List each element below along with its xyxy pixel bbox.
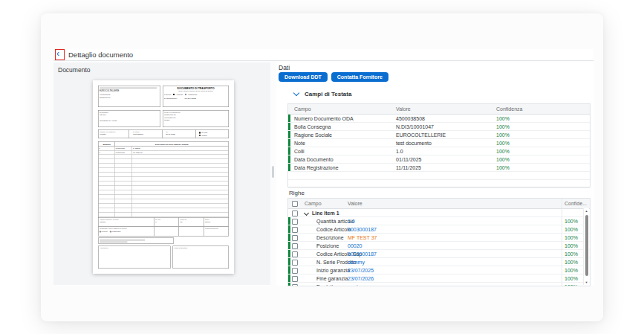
radio-icon [110,231,111,232]
righe-section-title: Righe [289,190,305,196]
cell-valore[interactable]: dummy [348,260,365,265]
testata-row[interactable]: Notetest documento100% [288,139,590,147]
doc-item-code [115,164,132,168]
cell-valore[interactable]: 23/07/2025 [348,268,374,273]
cell-valore[interactable]: 23/07/2026 [348,276,374,281]
righe-row[interactable]: Posizione00020100% [288,242,590,250]
cell-confidenza: 100% [565,276,578,281]
testata-table: Campo Valore Confidenza Numero Documento… [287,103,591,187]
righe-row[interactable]: Quantità articolo1.0100% [288,217,590,225]
testata-table-header: Campo Valore Confidenza [288,104,590,115]
document-preview-content: EUROCOLTELLERIE Via Roma 26 Roma 00147 D… [93,80,234,274]
righe-row[interactable]: Codice Articolo9003000187100% [288,225,590,234]
righe-row[interactable]: DescrizioneMF TEST 37100% [288,234,590,242]
scroll-down-icon[interactable]: ▼ [584,280,589,284]
cell-confidenza: 100% [496,132,510,138]
doc-item-code [115,173,132,177]
doc-consegna-label: Consegna o inizio trasporto a mezzo: [100,228,153,230]
righe-row[interactable]: Inizio garanzia23/07/2025100% [288,266,590,274]
testata-row[interactable]: Colli1.0100% [288,147,590,155]
contatta-fornitore-button[interactable]: Contatta Fornitore [331,72,388,82]
cell-valore[interactable]: 1.0 [348,219,355,224]
righe-row[interactable]: N. Serie Prodottodummy100% [288,258,590,266]
testata-row[interactable]: Ragione SocialeEUROCOLTELLERIE100% [288,131,590,139]
doc-item-code [115,208,132,213]
select-all-checkbox[interactable] [292,201,298,207]
row-checkbox[interactable] [292,251,298,257]
righe-table: Campo Valore Confide... Line Item 1Quant… [287,198,591,286]
column-header-valore: Valore [348,201,362,206]
doc-item-desc [132,190,229,195]
doc-note-box [98,238,174,244]
doc-aspetto-row: Aspetto esteriore dei beni cartone N. co… [98,217,229,227]
row-checkbox[interactable] [292,227,298,233]
doc-sender-address2: Roma 00147 [100,96,159,99]
vertical-scrollbar[interactable]: ▲ ▼ [583,208,589,285]
row-checkbox[interactable] [292,268,298,274]
cell-valore[interactable]: MF TEST 37 [348,235,377,240]
panel-resizer[interactable] [272,166,274,178]
row-status-bar [288,123,290,130]
doc-check2: a saldo [201,135,206,137]
column-header-confidenza: Confide... [565,201,587,206]
righe-row[interactable]: Produttoremario100% [288,283,590,286]
doc-item-desc [132,195,229,199]
testata-row[interactable]: Data Registrazione11/11/2025100% [288,164,590,172]
document-preview[interactable]: EUROCOLTELLERIE Via Roma 26 Roma 00147 D… [93,80,234,274]
cell-confidenza: 100% [496,116,510,121]
cell-valore: 11/11/2025 [396,165,421,170]
cell-confidenza: 100% [565,219,578,224]
doc-causale-value: Vendita [100,133,105,135]
row-checkbox[interactable] [292,211,298,216]
righe-row[interactable]: Fine garanzia23/07/2026100% [288,274,590,283]
doc-sender-name: EUROCOLTELLERIE [100,89,159,91]
cell-valore: EUROCOLTELLERIE [396,132,446,138]
row-status-bar [288,266,290,274]
dati-panel-title: Dati [279,64,290,71]
row-checkbox[interactable] [292,284,298,286]
row-status-bar [288,258,290,266]
doc-causale-box: Causale del trasporto Vendita N. ordine … [98,129,229,138]
testata-row[interactable]: Data Documento01/11/2025100% [288,155,590,164]
doc-item-desc: N. SERIE [132,147,229,150]
doc-ordine-date-value: 20.10.2025 [166,133,175,135]
cell-valore[interactable]: mario [348,284,361,286]
cell-campo: Fine garanzia [316,276,348,281]
cell-confidenza: 100% [496,149,510,154]
row-checkbox[interactable] [292,219,298,225]
row-checkbox[interactable] [292,260,298,266]
scrollbar-thumb[interactable] [585,215,588,276]
doc-item-desc [132,213,229,217]
testata-section-toggle[interactable]: Campi di Testata [294,91,351,97]
action-buttons: Download DDT Contatta Fornitore [279,72,388,82]
doc-firma-destinatario-label: Firma destinatario [174,247,227,249]
row-checkbox[interactable] [292,276,298,282]
scroll-up-icon[interactable]: ▲ [584,209,589,213]
doc-item-code [115,182,132,186]
download-ddt-button[interactable]: Download DDT [279,72,328,82]
doc-number: N. DI3/1000104 [164,97,178,99]
radio-icon [100,231,101,232]
line-item-group-row[interactable]: Line Item 1 [288,209,590,217]
row-status-bar [288,164,290,171]
cell-campo: Bolla Consegna [294,124,331,129]
doc-item-qty [99,168,115,173]
testata-row[interactable]: Bolla ConsegnaN.DI3/10001047100% [288,123,590,131]
cell-confidenza: 100% [496,141,510,146]
row-checkbox[interactable] [292,235,298,241]
column-header-campo: Campo [305,201,322,206]
column-header-campo: Campo [294,106,311,112]
doc-mezzo-label: a mezzo: [164,94,172,96]
back-button[interactable]: ‹ [53,49,65,60]
cell-confidenza: 100% [565,260,578,265]
cell-campo: Posizione [316,243,339,248]
cell-valore[interactable]: 9003000187 [348,251,377,257]
righe-row[interactable]: Codice Articolo Sap9003000187100% [288,250,590,258]
cell-campo: Note [294,141,305,146]
row-checkbox[interactable] [292,243,298,249]
testata-row[interactable]: Numero Documento ODA4500038508100% [288,115,590,123]
cell-valore[interactable]: 00020 [348,243,362,248]
row-status-bar [288,147,290,155]
doc-item-desc [132,168,229,173]
cell-valore[interactable]: 9003000187 [348,227,377,232]
